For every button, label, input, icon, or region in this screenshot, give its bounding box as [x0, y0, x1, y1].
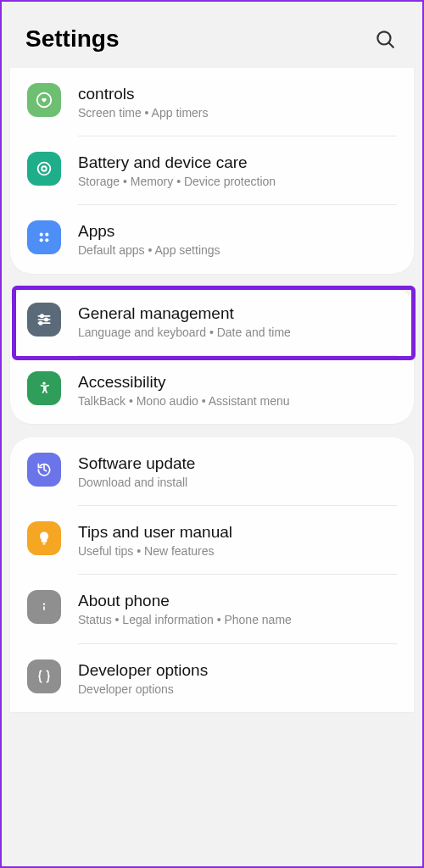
- svg-point-8: [45, 239, 48, 242]
- row-title: General management: [78, 304, 397, 323]
- settings-group: Software update Download and install Tip…: [10, 437, 414, 712]
- svg-point-5: [40, 233, 43, 236]
- row-title: Accessibility: [78, 373, 397, 392]
- svg-point-6: [45, 233, 48, 236]
- settings-row-accessibility[interactable]: Accessibility TalkBack • Mono audio • As…: [10, 356, 414, 424]
- row-title: Apps: [78, 222, 397, 241]
- settings-row-controls[interactable]: controls Screen time • App timers: [10, 68, 414, 136]
- row-title: Software update: [78, 454, 397, 473]
- update-icon: [27, 453, 61, 487]
- svg-rect-20: [43, 606, 45, 610]
- settings-row-general-management[interactable]: General management Language and keyboard…: [10, 287, 414, 355]
- row-text: General management Language and keyboard…: [78, 303, 397, 340]
- settings-group: controls Screen time • App timers Batter…: [10, 68, 414, 274]
- settings-group: General management Language and keyboard…: [10, 287, 414, 424]
- settings-row-developer-options[interactable]: Developer options Developer options: [10, 644, 414, 712]
- row-subtitle: Status • Legal information • Phone name: [78, 612, 397, 627]
- settings-row-about-phone[interactable]: About phone Status • Legal information •…: [10, 575, 414, 643]
- row-title: Developer options: [78, 661, 397, 680]
- accessibility-icon: [27, 371, 61, 405]
- row-title: Battery and device care: [78, 153, 397, 172]
- settings-row-apps[interactable]: Apps Default apps • App settings: [10, 205, 414, 273]
- row-text: Tips and user manual Useful tips • New f…: [78, 521, 397, 559]
- row-subtitle: Storage • Memory • Device protection: [78, 174, 397, 189]
- row-title: About phone: [78, 592, 397, 610]
- row-subtitle: Language and keyboard • Date and time: [78, 325, 397, 340]
- svg-point-10: [41, 314, 43, 317]
- row-text: Software update Download and install: [78, 453, 397, 490]
- svg-rect-16: [42, 543, 45, 545]
- row-text: Battery and device care Storage • Memory…: [78, 152, 397, 189]
- svg-point-14: [39, 321, 42, 324]
- svg-point-15: [42, 381, 45, 384]
- apps-icon: [27, 220, 61, 254]
- row-title: controls: [78, 85, 397, 103]
- svg-line-1: [389, 43, 393, 47]
- svg-point-12: [45, 318, 47, 320]
- row-text: Accessibility TalkBack • Mono audio • As…: [78, 371, 397, 409]
- sliders-icon: [27, 303, 61, 337]
- row-subtitle: Screen time • App timers: [78, 105, 397, 120]
- search-button[interactable]: [371, 25, 399, 53]
- bulb-icon: [27, 521, 61, 555]
- header: Settings: [2, 2, 422, 68]
- svg-point-19: [43, 604, 45, 605]
- info-icon: [27, 590, 61, 624]
- settings-row-battery[interactable]: Battery and device care Storage • Memory…: [10, 136, 414, 204]
- row-text: Apps Default apps • App settings: [78, 220, 397, 258]
- settings-row-tips[interactable]: Tips and user manual Useful tips • New f…: [10, 506, 414, 574]
- row-subtitle: TalkBack • Mono audio • Assistant menu: [78, 393, 397, 409]
- braces-icon: [27, 659, 61, 693]
- row-text: controls Screen time • App timers: [78, 83, 397, 120]
- svg-point-4: [42, 166, 47, 171]
- settings-row-software-update[interactable]: Software update Download and install: [10, 437, 414, 505]
- row-text: About phone Status • Legal information •…: [78, 590, 397, 627]
- row-subtitle: Default apps • App settings: [78, 242, 397, 258]
- settings-list: controls Screen time • App timers Batter…: [2, 68, 422, 712]
- svg-point-3: [38, 163, 51, 175]
- svg-point-7: [40, 239, 43, 242]
- row-title: Tips and user manual: [78, 523, 397, 542]
- row-subtitle: Useful tips • New features: [78, 543, 397, 559]
- heart-circle-icon: [27, 83, 61, 117]
- page-title: Settings: [25, 25, 119, 53]
- row-text: Developer options Developer options: [78, 659, 397, 697]
- row-subtitle: Download and install: [78, 475, 397, 490]
- care-icon: [27, 152, 61, 186]
- row-subtitle: Developer options: [78, 682, 397, 697]
- search-icon: [374, 28, 396, 50]
